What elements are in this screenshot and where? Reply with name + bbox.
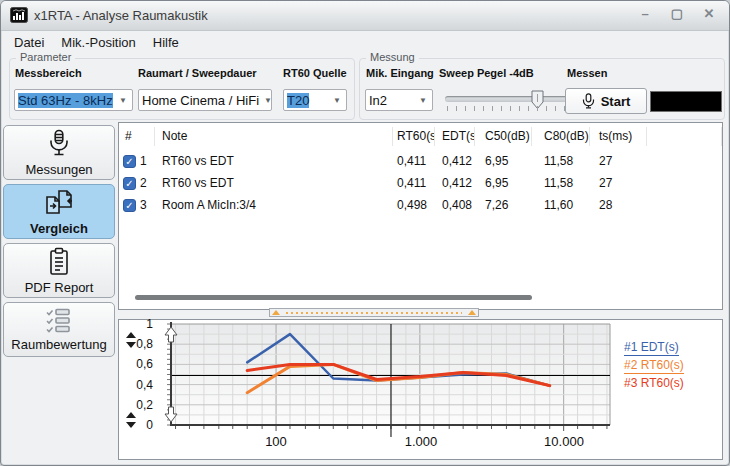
sidebar-item-vergleich[interactable]: Vergleich	[3, 184, 115, 239]
rt60-quelle-select[interactable]: T20 ▼	[283, 89, 347, 111]
sidebar-item-raumbewertung[interactable]: Raumbewertung	[3, 302, 115, 357]
mik-eingang-value: In2	[369, 93, 387, 108]
y-max-decrease-icon[interactable]	[126, 342, 136, 348]
col-c80[interactable]: C80(dB)	[532, 127, 590, 146]
legend-item-rt60-3[interactable]: #3 RT60(s)	[624, 377, 684, 391]
chart-panel: 1 0,8 0,6 0,4 0,2 0 100 1.000 10.000 #1 …	[118, 319, 723, 460]
chevron-down-icon: ▼	[114, 96, 132, 105]
chevron-down-icon: ▼	[259, 96, 277, 105]
parameter-group: Parameter Messbereich Std 63Hz - 8kHz ▼ …	[9, 58, 355, 120]
y-tick: 0,8	[119, 337, 153, 351]
menu-bar: Datei Mik.-Position Hilfe	[4, 32, 190, 53]
col-ts[interactable]: ts(ms)	[590, 127, 647, 146]
y-tick: 1	[119, 317, 153, 331]
splitter-grip	[286, 312, 462, 314]
y-tick: 0,2	[119, 398, 153, 412]
table-row[interactable]: ✓1 RT60 vs EDT 0,411 0,412 6,95 11,58 27	[119, 150, 722, 172]
splitter-collapse-icon	[468, 310, 476, 315]
raumart-label: Raumart / Sweepdauer	[138, 67, 257, 79]
sidebar-item-pdf-report[interactable]: PDF Report	[3, 243, 115, 298]
raumart-value: Home Cinema / HiFi	[142, 93, 259, 108]
level-meter	[650, 91, 722, 112]
table-header: # Note RT60(s) EDT(s) C50(dB) C80(dB) ts…	[119, 123, 722, 150]
chevron-down-icon: ▼	[414, 96, 432, 105]
y-tick: 0	[119, 418, 153, 432]
app-icon	[10, 7, 28, 23]
messbereich-select[interactable]: Std 63Hz - 8kHz ▼	[14, 89, 133, 111]
messbereich-value: Std 63Hz - 8kHz	[18, 93, 113, 108]
menu-datei[interactable]: Datei	[8, 33, 50, 52]
messung-group-title: Messung	[366, 51, 419, 63]
microphone-icon	[582, 93, 595, 109]
panel-splitter[interactable]	[269, 308, 479, 317]
close-icon[interactable]: ✕	[697, 5, 721, 23]
microphone-icon	[46, 129, 72, 159]
compare-documents-icon	[42, 188, 76, 218]
mik-eingang-select[interactable]: In2 ▼	[365, 89, 433, 111]
clipboard-report-icon	[47, 247, 71, 277]
row-checkbox-1[interactable]: ✓	[123, 177, 136, 190]
y-min-increase-icon[interactable]	[126, 412, 136, 418]
mik-eingang-label: Mik. Eingang	[366, 67, 434, 79]
col-note[interactable]: Note	[155, 127, 393, 146]
legend-item-rt60-2[interactable]: #2 RT60(s)	[624, 359, 684, 374]
title-bar: x1RTA - Analyse Raumakustik – ▢ ✕	[1, 1, 729, 31]
rt60-quelle-value: T20	[287, 93, 309, 108]
table-row[interactable]: ✓3 Room A MicIn:3/4 0,498 0,408 7,26 11,…	[119, 194, 722, 216]
messung-group: Messung Mik. Eingang In2 ▼ Sweep Pegel -…	[359, 58, 725, 120]
chevron-down-icon: ▼	[328, 96, 346, 105]
sidebar-item-label: Messungen	[25, 162, 92, 177]
minimize-icon[interactable]: –	[633, 5, 657, 23]
col-num[interactable]: #	[119, 127, 155, 146]
parameter-group-title: Parameter	[16, 51, 75, 63]
sidebar-item-label: PDF Report	[25, 280, 94, 295]
messbereich-label: Messbereich	[15, 67, 82, 79]
row-checkbox-2[interactable]: ✓	[123, 199, 136, 212]
window-title: x1RTA - Analyse Raumakustik	[34, 8, 208, 23]
maximize-icon[interactable]: ▢	[665, 5, 689, 23]
row-checkbox-0[interactable]: ✓	[123, 155, 136, 168]
sweep-pegel-label: Sweep Pegel -4dB	[439, 67, 534, 79]
checklist-icon	[44, 308, 74, 334]
legend-item-edt1[interactable]: #1 EDT(s)	[624, 341, 679, 356]
table-row[interactable]: ✓2 RT60 vs EDT 0,411 0,412 6,95 11,58 27	[119, 172, 722, 194]
col-rt60[interactable]: RT60(s)	[393, 127, 435, 146]
app-window: x1RTA - Analyse Raumakustik – ▢ ✕ Datei …	[0, 0, 730, 466]
sidebar-item-label: Vergleich	[30, 221, 88, 236]
start-button-label: Start	[601, 94, 631, 109]
x-tick: 1.000	[391, 434, 451, 449]
y-min-decrease-icon[interactable]	[126, 422, 136, 428]
chart-legend: #1 EDT(s) #2 RT60(s) #3 RT60(s)	[624, 341, 684, 394]
y-tick: 0,4	[119, 378, 153, 392]
col-c50[interactable]: C50(dB)	[475, 127, 532, 146]
splitter-collapse-icon	[272, 310, 280, 315]
messen-label: Messen	[567, 67, 607, 79]
menu-mik-position[interactable]: Mik.-Position	[55, 33, 141, 52]
menu-hilfe[interactable]: Hilfe	[147, 33, 185, 52]
y-max-increase-icon[interactable]	[126, 332, 136, 338]
raumart-select[interactable]: Home Cinema / HiFi ▼	[138, 89, 272, 111]
sidebar-item-messungen[interactable]: Messungen	[3, 125, 115, 180]
rt60-quelle-label: RT60 Quelle	[283, 67, 347, 79]
x-tick: 100	[246, 434, 306, 449]
start-button[interactable]: Start	[565, 88, 647, 114]
sidebar-item-label: Raumbewertung	[11, 337, 106, 352]
x-tick: 10.000	[534, 434, 594, 449]
horizontal-scrollbar[interactable]	[135, 295, 532, 300]
col-edt[interactable]: EDT(s)	[435, 127, 475, 146]
comparison-table: # Note RT60(s) EDT(s) C50(dB) C80(dB) ts…	[118, 122, 723, 310]
y-tick: 0,6	[119, 357, 153, 371]
